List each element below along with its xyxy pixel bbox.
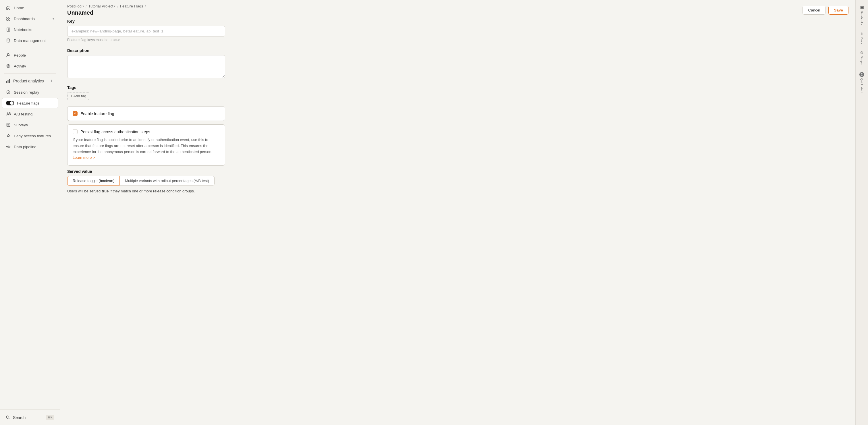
served-value-label: Served value [67,169,848,174]
page-header: PostHog ▾ / Tutorial Project ▾ / Feature… [60,0,855,19]
early-access-icon [6,133,11,138]
activity-icon [6,63,11,69]
breadcrumb-sep-3: / [145,4,146,8]
key-section: Key Feature flag keys must be unique [67,19,848,42]
sidebar-item-dashboards-label: Dashboards [14,17,35,21]
support-panel-label: Support [860,56,863,67]
quick-start-badge: 2 [859,72,864,77]
survey-icon [6,122,11,128]
breadcrumb-sep-1: / [86,4,87,8]
people-icon [6,53,11,58]
persist-flag-checkbox[interactable] [73,129,78,134]
replay-icon [6,90,11,95]
svg-point-8 [7,39,10,40]
enable-flag-label: Enable feature flag [81,111,114,116]
breadcrumb-posthog[interactable]: PostHog ▾ [67,4,84,8]
data-icon [6,38,11,43]
svg-rect-0 [7,17,8,19]
sidebar: Home Dashboards ▾ Notebooks [0,0,60,425]
sidebar-item-analytics-label: Product analytics [13,79,44,83]
sidebar-item-home-label: Home [14,6,24,10]
sidebar-divider-2 [4,73,56,73]
svg-point-23 [7,146,8,147]
served-value-section: Served value Release toggle (boolean) Mu… [67,169,848,193]
ab-icon [6,111,11,117]
sidebar-item-data-pipeline[interactable]: Data pipeline [2,141,58,152]
sidebar-item-home[interactable]: Home [2,3,58,13]
served-value-tabs: Release toggle (boolean) Multiple varian… [67,176,848,186]
analytics-icon [6,79,10,83]
breadcrumb-project[interactable]: Tutorial Project ▾ [89,4,116,8]
sidebar-item-ab-testing[interactable]: A/B testing [2,109,58,119]
svg-marker-17 [8,92,9,93]
sidebar-item-people[interactable]: People [2,50,58,60]
svg-rect-1 [9,17,10,19]
sidebar-item-people-label: People [14,53,26,58]
sidebar-item-ab-label: A/B testing [14,112,32,116]
save-button[interactable]: Save [828,6,848,14]
sidebar-item-feature-flags-label: Feature flags [17,101,40,105]
description-section: Description [67,48,848,79]
key-label: Key [67,19,848,24]
svg-rect-2 [7,19,8,21]
notebooks-panel-label: Notebooks [860,11,863,25]
main-content: PostHog ▾ / Tutorial Project ▾ / Feature… [60,0,855,425]
persist-flag-label: Persist flag across authentication steps [81,130,150,134]
support-panel-icon: ☺ [860,50,864,55]
page-title: Unnamed [67,9,146,16]
breadcrumb-sep-2: / [117,4,118,8]
tab-boolean[interactable]: Release toggle (boolean) [67,176,120,186]
sidebar-item-early-access-label: Early access features [14,134,51,138]
docs-panel-icon: ℹ [861,31,863,36]
search-icon [6,415,10,420]
sidebar-item-data-management[interactable]: Data management [2,35,58,46]
breadcrumb: PostHog ▾ / Tutorial Project ▾ / Feature… [67,4,146,8]
search-button[interactable]: Search ⌘K [2,412,58,422]
svg-point-9 [7,54,9,55]
sidebar-item-activity[interactable]: Activity [2,61,58,71]
add-tag-button[interactable]: + Add tag [67,92,89,100]
right-panel-notebooks[interactable]: ▣ Notebooks [858,2,866,28]
search-label: Search [13,415,26,420]
sidebar-item-product-analytics[interactable]: Product analytics + [2,75,58,87]
key-input[interactable] [67,26,225,36]
sidebar-item-notebooks[interactable]: Notebooks [2,24,58,35]
right-panel-support[interactable]: ☺ Support [858,48,866,69]
docs-panel-label: Docs [860,37,863,44]
right-panel-docs[interactable]: ℹ Docs [859,29,865,46]
svg-rect-14 [8,80,9,83]
sidebar-item-notebooks-label: Notebooks [14,28,32,32]
svg-point-24 [9,146,10,147]
pipeline-icon [6,144,11,149]
enable-flag-checkbox[interactable] [73,111,78,116]
right-panel: ▣ Notebooks ℹ Docs ☺ Support 2 Quick sta… [855,0,868,425]
description-input[interactable] [67,55,225,78]
toggle-icon [6,101,14,105]
sidebar-item-data-label: Data management [14,38,46,43]
sidebar-item-session-replay[interactable]: Session replay [2,87,58,97]
tab-ab[interactable]: Multiple variants with rollout percentag… [120,176,215,186]
notebooks-panel-icon: ▣ [860,5,864,10]
external-link-icon: ↗ [92,155,95,161]
served-value-hint: Users will be served true if they match … [67,189,848,193]
key-hint: Feature flag keys must be unique [67,38,848,42]
form-content: Key Feature flag keys must be unique Des… [60,19,855,211]
svg-line-29 [9,418,10,419]
sidebar-item-surveys[interactable]: Surveys [2,120,58,130]
right-panel-quick-start[interactable]: 2 Quick start [858,70,866,95]
breadcrumb-flags: Feature Flags [120,4,143,8]
sidebar-item-dashboards[interactable]: Dashboards ▾ [2,13,58,24]
persist-flag-description: If your feature flag is applied prior to… [73,137,220,161]
sidebar-item-early-access[interactable]: Early access features [2,131,58,141]
chevron-icon: ▾ [83,5,84,8]
sidebar-item-surveys-label: Surveys [14,123,28,127]
learn-more-link[interactable]: Learn more ↗ [73,155,95,161]
dashboard-icon [6,16,11,21]
add-insight-button[interactable]: + [49,78,54,84]
persist-flag-card: Persist flag across authentication steps… [67,124,225,166]
cancel-button[interactable]: Cancel [803,6,826,14]
sidebar-bottom: Search ⌘K [0,410,60,423]
sidebar-item-feature-flags[interactable]: Feature flags [2,98,58,108]
sidebar-item-pipeline-label: Data pipeline [14,145,36,149]
chevron-icon-2: ▾ [114,5,116,8]
